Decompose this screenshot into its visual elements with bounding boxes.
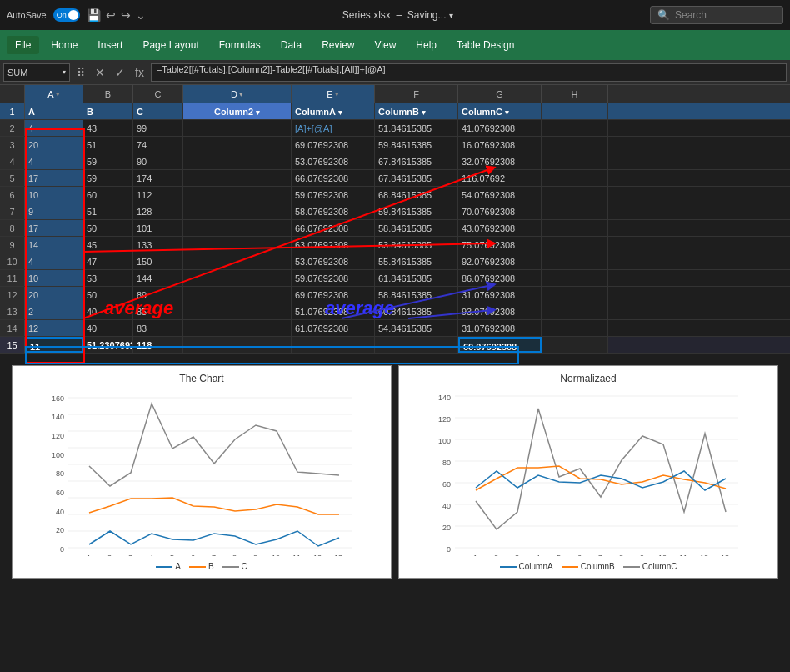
cell-9c[interactable]: 133: [133, 237, 183, 253]
cell-2a[interactable]: 4: [25, 120, 83, 136]
cell-9a[interactable]: 14: [25, 237, 83, 253]
row-num[interactable]: 10: [0, 253, 25, 269]
cell-3b[interactable]: 51: [83, 137, 133, 153]
cell-13h[interactable]: [542, 303, 608, 319]
cell-7g[interactable]: 70.07692308: [458, 203, 542, 219]
search-box[interactable]: 🔍 Search: [650, 6, 783, 24]
menu-review[interactable]: Review: [313, 36, 362, 54]
menu-page-layout[interactable]: Page Layout: [134, 36, 207, 54]
cell-13e[interactable]: 51.07692308: [292, 303, 375, 319]
cell-3d[interactable]: [183, 137, 292, 153]
cell-5e[interactable]: 66.07692308: [292, 170, 375, 186]
col-header-e[interactable]: E▾: [292, 85, 375, 103]
cell-14c[interactable]: 83: [133, 320, 183, 336]
save-icon[interactable]: 💾: [87, 8, 101, 22]
cell-14e[interactable]: 61.07692308: [292, 320, 375, 336]
cell-11e[interactable]: 59.07692308: [292, 270, 375, 286]
cell-12c[interactable]: 89: [133, 287, 183, 303]
cell-14a[interactable]: 12: [25, 320, 83, 336]
cell-15f[interactable]: [375, 337, 458, 353]
cell-13c[interactable]: 85: [133, 303, 183, 319]
redo-icon[interactable]: ↪: [121, 8, 131, 22]
cell-5f[interactable]: 67.84615385: [375, 170, 458, 186]
cell-13g[interactable]: 93.07692308: [458, 303, 542, 319]
cell-15a[interactable]: 11: [25, 337, 83, 353]
cell-15e[interactable]: [292, 337, 375, 353]
cell-15g[interactable]: 60.07692308: [458, 337, 542, 353]
cell-10g[interactable]: 92.07692308: [458, 253, 542, 269]
menu-file[interactable]: File: [7, 36, 39, 54]
row-num[interactable]: 13: [0, 303, 25, 319]
row-num[interactable]: 2: [0, 120, 25, 136]
cell-2b[interactable]: 43: [83, 120, 133, 136]
col-header-a[interactable]: A▾: [25, 85, 83, 103]
cell-8f[interactable]: 58.84615385: [375, 220, 458, 236]
cell-7d[interactable]: [183, 203, 292, 219]
menu-table-design[interactable]: Table Design: [448, 36, 522, 54]
cell-14b[interactable]: 40: [83, 320, 133, 336]
confirm-btn[interactable]: ✓: [112, 66, 128, 79]
cell-11f[interactable]: 61.84615385: [375, 270, 458, 286]
row-num[interactable]: 4: [0, 153, 25, 169]
cell-3f[interactable]: 59.84615385: [375, 137, 458, 153]
cell-5h[interactable]: [542, 170, 608, 186]
cell-10a[interactable]: 4: [25, 253, 83, 269]
col-header-b[interactable]: B: [83, 85, 133, 103]
cell-10f[interactable]: 55.84615385: [375, 253, 458, 269]
fx-btn[interactable]: fx: [132, 66, 148, 79]
cell-12e[interactable]: 69.07692308: [292, 287, 375, 303]
cell-15d[interactable]: [183, 337, 292, 353]
more-icon[interactable]: ⌄: [136, 8, 146, 22]
menu-formulas[interactable]: Formulas: [211, 36, 269, 54]
cell-3g[interactable]: 16.07692308: [458, 137, 542, 153]
cell-14d[interactable]: [183, 320, 292, 336]
cell-6a[interactable]: 10: [25, 187, 83, 203]
cell-8c[interactable]: 101: [133, 220, 183, 236]
cell-8e[interactable]: 66.07692308: [292, 220, 375, 236]
row-num[interactable]: 5: [0, 170, 25, 186]
cell-4c[interactable]: 90: [133, 153, 183, 169]
menu-data[interactable]: Data: [272, 36, 310, 54]
cell-4d[interactable]: [183, 153, 292, 169]
cell-5c[interactable]: 174: [133, 170, 183, 186]
cell-7b[interactable]: 51: [83, 203, 133, 219]
cell-1b[interactable]: B: [83, 103, 133, 119]
cell-14g[interactable]: 31.07692308: [458, 320, 542, 336]
cell-7e[interactable]: 58.07692308: [292, 203, 375, 219]
cell-12h[interactable]: [542, 287, 608, 303]
cell-11a[interactable]: 10: [25, 270, 83, 286]
cell-13d[interactable]: [183, 303, 292, 319]
cancel-btn[interactable]: ✕: [92, 66, 108, 79]
cell-1h[interactable]: [542, 103, 608, 119]
cell-11h[interactable]: [542, 270, 608, 286]
row-num[interactable]: 7: [0, 203, 25, 219]
cell-6d[interactable]: [183, 187, 292, 203]
cell-4h[interactable]: [542, 153, 608, 169]
cell-15h[interactable]: [542, 337, 608, 353]
cell-5b[interactable]: 59: [83, 170, 133, 186]
row-num[interactable]: 1: [0, 103, 25, 119]
cell-1e[interactable]: ColumnA ▾: [292, 103, 375, 119]
menu-view[interactable]: View: [367, 36, 405, 54]
cell-12d[interactable]: [183, 287, 292, 303]
cell-9g[interactable]: 75.07692308: [458, 237, 542, 253]
menu-home[interactable]: Home: [42, 36, 86, 54]
cell-3h[interactable]: [542, 137, 608, 153]
cell-2d[interactable]: [183, 120, 292, 136]
col-header-g[interactable]: G: [458, 85, 542, 103]
cell-6g[interactable]: 54.07692308: [458, 187, 542, 203]
row-num[interactable]: 3: [0, 137, 25, 153]
cell-9d[interactable]: [183, 237, 292, 253]
cell-1a[interactable]: A: [25, 103, 83, 119]
cell-13a[interactable]: 2: [25, 303, 83, 319]
cell-8g[interactable]: 43.07692308: [458, 220, 542, 236]
name-box[interactable]: SUM ▾: [3, 63, 70, 82]
cell-5d[interactable]: [183, 170, 292, 186]
cell-9e[interactable]: 63.07692308: [292, 237, 375, 253]
cell-11g[interactable]: 86.07692308: [458, 270, 542, 286]
cell-6b[interactable]: 60: [83, 187, 133, 203]
cell-9f[interactable]: 53.84615385: [375, 237, 458, 253]
row-num[interactable]: 8: [0, 220, 25, 236]
cell-4a[interactable]: 4: [25, 153, 83, 169]
cell-1g[interactable]: ColumnC ▾: [458, 103, 542, 119]
